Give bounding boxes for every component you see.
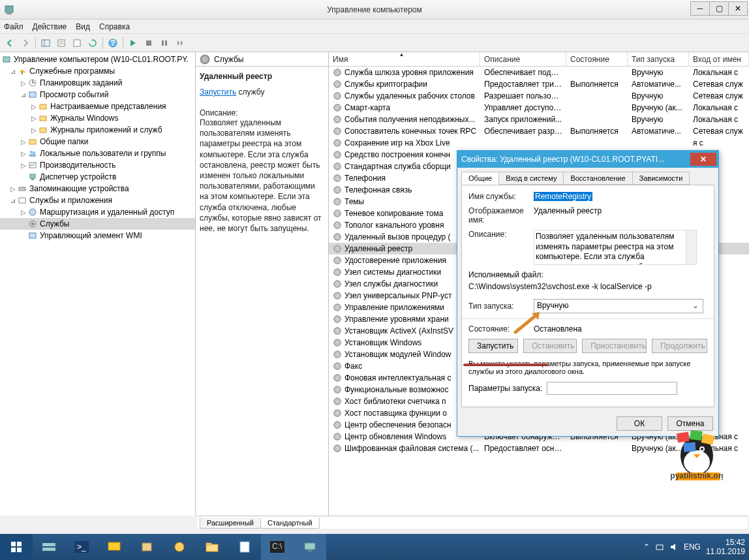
gear-icon bbox=[333, 279, 342, 288]
description-scrollbar[interactable] bbox=[686, 230, 696, 264]
tree-routing[interactable]: ▷Маршрутизация и удаленный доступ bbox=[0, 206, 195, 218]
value-svc-name[interactable]: RemoteRegistry bbox=[534, 192, 592, 201]
maximize-button[interactable]: ▢ bbox=[709, 1, 729, 16]
taskbar-notepad[interactable] bbox=[228, 534, 261, 560]
gear-icon bbox=[333, 162, 342, 171]
label-svc-name: Имя службы: bbox=[468, 192, 534, 201]
dialog-tab-logon[interactable]: Вход в систему bbox=[498, 172, 564, 185]
list-header[interactable]: Имя▲ Описание Состояние Тип запуска Вход… bbox=[329, 52, 749, 67]
taskbar-mmc[interactable] bbox=[294, 534, 326, 560]
svg-rect-59 bbox=[206, 543, 211, 545]
gear-icon bbox=[333, 174, 342, 183]
dialog-close-button[interactable]: ✕ bbox=[690, 153, 716, 166]
tab-extended[interactable]: Расширенный bbox=[200, 518, 261, 529]
help-button[interactable]: ? bbox=[106, 36, 120, 50]
stop-button[interactable] bbox=[142, 36, 156, 50]
tree-app-logs[interactable]: ▷Журналы приложений и служб bbox=[0, 124, 195, 136]
taskbar-app-2[interactable] bbox=[163, 534, 196, 560]
gear-icon bbox=[333, 432, 342, 441]
tree-task-scheduler[interactable]: ▷Планировщик заданий bbox=[0, 77, 195, 89]
menu-file[interactable]: Файл bbox=[4, 22, 23, 31]
play-button[interactable] bbox=[126, 36, 140, 50]
start-button[interactable] bbox=[0, 534, 33, 560]
tree-local-users[interactable]: ▷Локальные пользователи и группы bbox=[0, 148, 195, 159]
service-row[interactable]: Сопоставитель конечных точек RPCОбеспечи… bbox=[329, 125, 749, 137]
tree-shared-folders[interactable]: ▷Общие папки bbox=[0, 136, 195, 148]
taskbar-cmd[interactable]: C:\ bbox=[261, 534, 294, 560]
svg-rect-25 bbox=[29, 154, 36, 157]
navigation-tree[interactable]: Управление компьютером (W10-CL01.ROOT.PY… bbox=[0, 52, 196, 516]
taskbar-app-1[interactable] bbox=[130, 534, 163, 560]
col-state[interactable]: Состояние bbox=[566, 52, 628, 66]
taskbar-explorer[interactable] bbox=[196, 534, 228, 560]
dialog-titlebar[interactable]: Свойства: Удаленный реестр (W10-CL01.ROO… bbox=[457, 151, 718, 168]
restart-button[interactable] bbox=[173, 36, 187, 50]
tree-system-tools[interactable]: ⊿Служебные программы bbox=[0, 65, 195, 77]
pause-button[interactable] bbox=[157, 36, 172, 50]
tree-root[interactable]: Управление компьютером (W10-CL01.ROOT.PY… bbox=[0, 54, 195, 65]
col-desc[interactable]: Описание bbox=[480, 52, 566, 66]
tab-standard[interactable]: Стандартный bbox=[260, 518, 320, 529]
tree-device-manager[interactable]: Диспетчер устройств bbox=[0, 171, 195, 183]
tray-sound-icon[interactable] bbox=[669, 542, 679, 552]
dialog-tab-deps[interactable]: Зависимости bbox=[632, 172, 690, 185]
service-row[interactable]: Служба шлюза уровня приложенияОбеспечива… bbox=[329, 67, 749, 78]
service-row[interactable]: Шифрованная файловая система (...Предост… bbox=[329, 443, 749, 454]
export-button[interactable] bbox=[70, 36, 84, 50]
tree-wmi[interactable]: Управляющий элемент WMI bbox=[0, 230, 195, 241]
svg-text:C:\: C:\ bbox=[272, 542, 283, 551]
refresh-button[interactable] bbox=[85, 36, 100, 50]
svg-rect-58 bbox=[206, 544, 218, 552]
dialog-ok-button[interactable]: ОК bbox=[617, 416, 662, 431]
tray-clock[interactable]: 15:42 11.01.2019 bbox=[706, 538, 745, 557]
properties-button[interactable] bbox=[54, 36, 69, 50]
dialog-cancel-button[interactable]: Отмена bbox=[667, 416, 713, 431]
taskbar-powershell[interactable]: >_ bbox=[65, 534, 98, 560]
menu-view[interactable]: Вид bbox=[76, 22, 90, 31]
tree-services-apps[interactable]: ⊿Службы и приложения bbox=[0, 194, 195, 206]
taskbar-rdp[interactable] bbox=[98, 534, 130, 560]
value-exe-path: C:\Windows\system32\svchost.exe -k local… bbox=[468, 282, 707, 291]
service-row[interactable]: Службы криптографииПредоставляет три с..… bbox=[329, 78, 749, 90]
params-input[interactable] bbox=[547, 382, 677, 395]
forward-button[interactable] bbox=[18, 36, 33, 50]
col-logon[interactable]: Вход от имен bbox=[689, 52, 749, 66]
close-button[interactable]: ✕ bbox=[728, 1, 748, 16]
dialog-hint: Вы можете указать параметры запуска, при… bbox=[468, 360, 707, 375]
svg-point-57 bbox=[175, 542, 184, 552]
tray-chevron-icon[interactable]: ⌃ bbox=[643, 542, 650, 552]
service-row[interactable]: Службы удаленных рабочих столовРазрешает… bbox=[329, 90, 749, 102]
menu-action[interactable]: Действие bbox=[33, 22, 67, 31]
col-startup[interactable]: Тип запуска bbox=[628, 52, 689, 66]
tree-storage[interactable]: ▷Запоминающие устройства bbox=[0, 183, 195, 194]
service-row[interactable]: Смарт-картаУправляет доступом...Вручную … bbox=[329, 102, 749, 114]
col-name[interactable]: Имя▲ bbox=[329, 52, 480, 66]
tray-network-icon[interactable] bbox=[655, 542, 664, 552]
svg-rect-27 bbox=[30, 174, 35, 178]
back-button[interactable] bbox=[3, 36, 17, 50]
taskbar[interactable]: >_ C:\ ⌃ ENG 15:42 11.01.2019 bbox=[0, 534, 749, 560]
tree-windows-logs[interactable]: ▷Журналы Windows bbox=[0, 112, 195, 124]
minimize-button[interactable]: ─ bbox=[690, 1, 710, 16]
svg-rect-13 bbox=[3, 57, 10, 62]
taskbar-server-manager[interactable] bbox=[33, 534, 65, 560]
tray-language[interactable]: ENG bbox=[684, 542, 701, 552]
service-row[interactable]: События получения неподвижных...Запуск п… bbox=[329, 114, 749, 125]
tree-custom-views[interactable]: ▷Настраиваемые представления bbox=[0, 101, 195, 112]
start-service-link[interactable]: Запустить bbox=[200, 87, 236, 97]
menu-help[interactable]: Справка bbox=[99, 22, 130, 31]
tree-performance[interactable]: ▷Производительность bbox=[0, 159, 195, 171]
service-row[interactable]: Сохранение игр на Xbox Liveя с bbox=[329, 137, 749, 149]
svg-rect-14 bbox=[22, 72, 23, 74]
tree-event-viewer[interactable]: ⊿Просмотр событий bbox=[0, 89, 195, 101]
label-params: Параметры запуска: bbox=[468, 384, 547, 393]
dialog-tab-recovery[interactable]: Восстановление bbox=[563, 172, 632, 185]
description-box[interactable]: Позволяет удаленным пользователям изменя… bbox=[534, 230, 697, 265]
svg-rect-21 bbox=[40, 128, 46, 132]
dialog-tab-general[interactable]: Общие bbox=[461, 172, 499, 185]
startup-type-combo[interactable]: Вручную bbox=[534, 299, 703, 313]
tree-services[interactable]: Службы bbox=[0, 218, 195, 230]
dialog-start-button[interactable]: Запустить bbox=[468, 339, 518, 353]
value-display-name: Удаленный реестр bbox=[534, 206, 707, 215]
show-hide-button[interactable] bbox=[38, 36, 53, 50]
